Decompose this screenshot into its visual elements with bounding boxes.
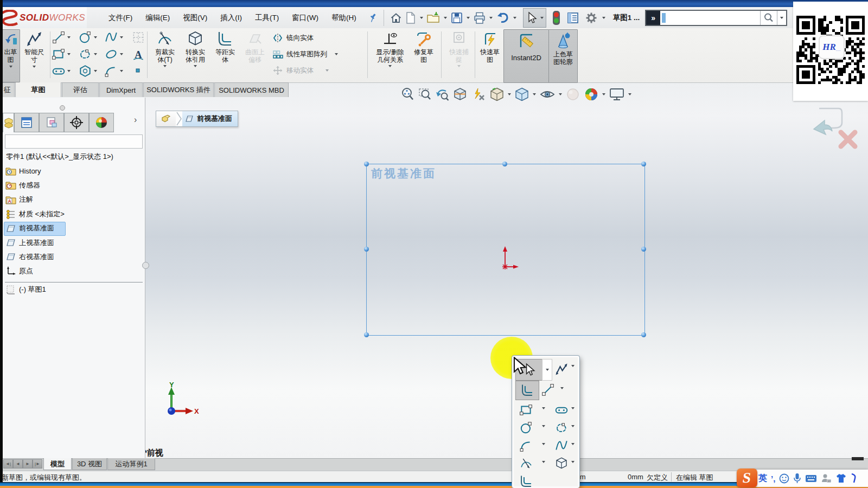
offset-entities-button[interactable]: 等距实 体: [212, 29, 239, 63]
display-style-icon[interactable]: [514, 87, 529, 102]
popup-slot-dropdown[interactable]: [571, 407, 575, 409]
tab-featuremanager[interactable]: [3, 113, 14, 132]
breadcrumb-part-icon[interactable]: [156, 111, 176, 126]
ime-mic-icon[interactable]: [793, 473, 801, 484]
scene-dropdown[interactable]: [602, 93, 605, 95]
instant2d-button[interactable]: Instant2D: [503, 29, 549, 83]
exit-sketch-button[interactable]: 出草 图: [1, 29, 20, 82]
tree-item-sensors[interactable]: 传感器: [3, 178, 145, 192]
ellipse-tool[interactable]: [104, 47, 123, 61]
view-orientation-dropdown[interactable]: [508, 93, 511, 95]
linear-pattern-dropdown[interactable]: [335, 53, 338, 55]
view-orientation-icon[interactable]: [489, 87, 505, 102]
ellipse-dropdown[interactable]: [120, 53, 123, 55]
popup-line-tool[interactable]: [540, 382, 556, 398]
open-button[interactable]: [425, 9, 442, 27]
trim-entities-button[interactable]: 剪裁实 体(T): [150, 29, 180, 67]
ime-toolbox-icon[interactable]: [851, 473, 857, 484]
popup-spline-tool[interactable]: [553, 438, 570, 454]
tab-dimxpert[interactable]: DimXpert: [99, 82, 143, 97]
popup-spline-dropdown[interactable]: [571, 443, 575, 445]
polygon-dropdown[interactable]: [94, 70, 97, 72]
options-traffic-icon[interactable]: [551, 9, 562, 27]
print-button[interactable]: [472, 9, 487, 27]
spline-dropdown[interactable]: [120, 36, 123, 38]
tab-dimxpertmanager[interactable]: [64, 113, 89, 132]
undo-dropdown[interactable]: [513, 17, 516, 19]
new-document-button[interactable]: [404, 9, 418, 27]
tab-evaluate[interactable]: 评估: [62, 82, 99, 97]
panel-filter-box[interactable]: [5, 134, 143, 149]
popup-smart-dimension[interactable]: [553, 362, 570, 377]
tab-motion-study[interactable]: 运动算例1: [107, 458, 155, 470]
tree-item-front-plane[interactable]: 前视基准面: [3, 221, 145, 235]
arc-tool[interactable]: [104, 64, 123, 78]
tab-3dviews[interactable]: 3D 视图: [72, 458, 107, 470]
plane-handle[interactable]: [364, 332, 369, 337]
open-dropdown[interactable]: [444, 17, 447, 19]
popup-line-dropdown[interactable]: [560, 387, 564, 389]
search-magnifier-icon[interactable]: [761, 12, 777, 23]
circle-tool[interactable]: [78, 30, 97, 44]
sheet-scroll-buttons[interactable]: ◄|◄►|►: [3, 459, 42, 468]
gear-icon[interactable]: [584, 9, 599, 27]
tree-item-top-plane[interactable]: 上视基准面: [3, 235, 145, 249]
tab-mbd[interactable]: SOLIDWORKS MBD: [214, 82, 289, 97]
breadcrumb-plane[interactable]: 前视基准面: [182, 111, 238, 126]
polygon-tool[interactable]: [78, 64, 97, 78]
panel-drag-dot[interactable]: [60, 105, 65, 111]
ime-punctuation-icon[interactable]: ’,: [771, 474, 775, 483]
print-dropdown[interactable]: [489, 17, 493, 19]
tab-displaymanager[interactable]: [89, 113, 114, 132]
tree-root[interactable]: 零件1 (默认<<默认>_显示状态 1>): [3, 150, 145, 164]
scroll-prev-icon[interactable]: ◄: [13, 459, 23, 468]
panel-splitter-handle[interactable]: [142, 262, 149, 269]
report-button[interactable]: [565, 9, 580, 27]
hide-show-icon[interactable]: [539, 87, 556, 102]
plane-handle[interactable]: [641, 247, 646, 252]
shaded-contours-button[interactable]: 上色草 图轮廓: [548, 29, 578, 83]
scene-icon[interactable]: [584, 87, 599, 102]
popup-freeform-tool[interactable]: [553, 420, 570, 436]
pin-icon[interactable]: [366, 9, 379, 27]
tab-propertymanager[interactable]: [14, 113, 39, 132]
popup-smart-dimension-dropdown[interactable]: [571, 365, 575, 367]
point-tool[interactable]: [133, 66, 142, 75]
save-button[interactable]: [449, 9, 464, 27]
rapid-sketch-button[interactable]: 快速草 图: [476, 29, 503, 63]
arc-dropdown[interactable]: [120, 70, 123, 72]
popup-convert-dropdown[interactable]: [571, 461, 575, 463]
popup-freeform-dropdown[interactable]: [571, 425, 575, 427]
search-command-icon[interactable]: »: [646, 11, 660, 25]
popup-trim-tool[interactable]: [518, 455, 534, 472]
popup-arc-tool[interactable]: [518, 438, 534, 454]
linear-pattern-button[interactable]: 线性草图阵列: [272, 49, 338, 60]
ime-emoji-icon[interactable]: [779, 473, 789, 484]
tree-item-sketch1[interactable]: (-) 草图1: [3, 282, 145, 297]
scroll-last-icon[interactable]: |►: [33, 459, 42, 468]
freeform-spline-tool[interactable]: [78, 47, 97, 61]
popup-rectangle-dropdown[interactable]: [542, 407, 545, 409]
display-relations-button[interactable]: 显示/删除 几何关系: [370, 29, 410, 67]
popup-arc-dropdown[interactable]: [542, 443, 545, 445]
display-style-dropdown[interactable]: [533, 93, 536, 95]
line-dropdown[interactable]: [67, 36, 71, 38]
new-dropdown[interactable]: [420, 17, 423, 19]
slot-dropdown[interactable]: [67, 70, 71, 72]
undo-button[interactable]: [495, 9, 511, 27]
confirmation-corner[interactable]: [802, 104, 861, 153]
menu-view[interactable]: 视图(V): [176, 7, 214, 28]
section-view-icon[interactable]: [452, 87, 468, 102]
repair-sketch-button[interactable]: 修复草 图: [410, 29, 437, 63]
popup-trim-dropdown[interactable]: [542, 461, 545, 463]
tab-configurationmanager[interactable]: [39, 113, 64, 132]
popup-rectangle-tool[interactable]: [518, 402, 534, 418]
save-dropdown[interactable]: [467, 17, 470, 19]
plane-handle[interactable]: [641, 332, 646, 337]
text-tool[interactable]: A: [131, 47, 145, 61]
mirror-entities-button[interactable]: 镜向实体: [272, 33, 314, 43]
tree-item-material[interactable]: 材质 <未指定>: [3, 207, 145, 221]
convert-entities-button[interactable]: 转换实 体引用: [180, 29, 210, 67]
smart-dimension-button[interactable]: 智能尺 寸: [20, 29, 49, 68]
zoom-area-icon[interactable]: [418, 87, 432, 102]
